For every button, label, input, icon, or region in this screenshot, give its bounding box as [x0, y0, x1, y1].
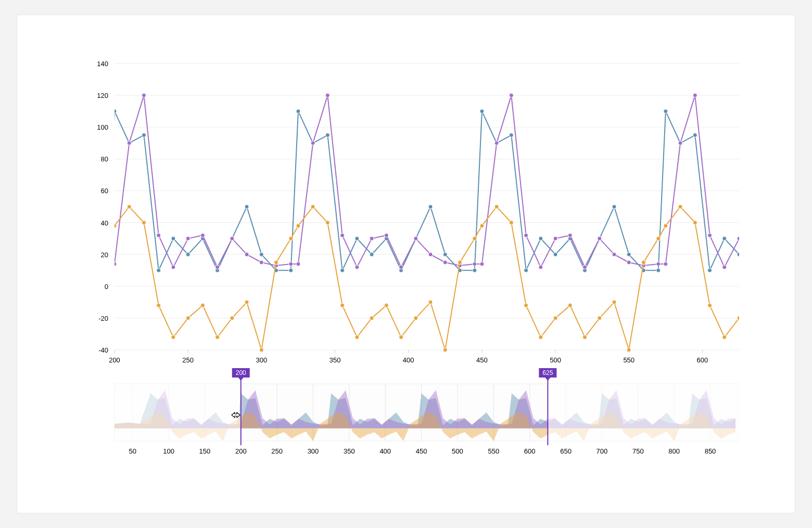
- brush-x-tick-label: 600: [524, 447, 536, 455]
- brush-x-tick-label: 800: [668, 447, 680, 455]
- main-plot-area[interactable]: [115, 64, 739, 350]
- chart-frame: -40-200204060801001201402002503003504004…: [17, 15, 795, 513]
- y-tick-label: -40: [98, 346, 108, 354]
- brush-x-tick-label: 400: [379, 447, 391, 455]
- brush-x-tick-label: 450: [416, 447, 427, 455]
- brush-x-tick-label: 850: [705, 447, 716, 455]
- y-tick-label: 100: [97, 123, 108, 131]
- y-tick-label: 40: [101, 219, 108, 227]
- point-orange: [105, 236, 109, 241]
- point-purple: [91, 263, 95, 268]
- point-blue: [105, 268, 109, 272]
- x-tick-label: 550: [623, 356, 635, 364]
- x-tick-label: 300: [256, 356, 268, 364]
- x-tick-label: 600: [697, 356, 708, 364]
- x-tick-label: 450: [476, 356, 488, 364]
- chart-inner: -40-200204060801001201402002503003504004…: [73, 51, 739, 477]
- brush-x-tick-label: 100: [163, 447, 174, 455]
- y-tick-label: 120: [97, 92, 108, 99]
- brush-x-tick-label: 150: [199, 447, 211, 455]
- x-tick-label: 200: [109, 356, 120, 364]
- point-purple: [105, 262, 109, 266]
- brush-x-tick-label: 650: [560, 447, 572, 455]
- brush-handle-left[interactable]: [238, 373, 244, 446]
- point-blue: [91, 268, 95, 272]
- brush-window[interactable]: [241, 384, 548, 441]
- brush-x-tick-label: 200: [235, 447, 247, 455]
- brush-x-tick-label: 700: [597, 447, 608, 455]
- y-tick-label: 0: [105, 283, 108, 291]
- brush-handle-right[interactable]: [545, 373, 550, 446]
- y-tick-label: 60: [101, 187, 108, 195]
- x-tick-label: 500: [550, 356, 561, 364]
- x-tick-label: 400: [403, 356, 414, 364]
- y-tick-label: 80: [101, 155, 108, 163]
- brush-x-tick-label: 300: [308, 447, 319, 455]
- brush-x-tick-label: 50: [129, 447, 136, 455]
- x-tick-label: 250: [182, 356, 194, 364]
- y-tick-label: -20: [98, 315, 108, 322]
- y-tick-label: 20: [101, 251, 108, 259]
- brush-x-tick-label: 750: [632, 447, 644, 455]
- brush-x-tick-label: 550: [488, 447, 499, 455]
- brush-x-tick-label: 250: [271, 447, 283, 455]
- x-tick-label: 350: [329, 356, 341, 364]
- brush-x-tick-label: 500: [452, 447, 463, 455]
- brush-shade-left: [115, 384, 241, 441]
- brush-x-tick-label: 350: [344, 447, 355, 455]
- y-tick-label: 140: [97, 60, 108, 68]
- brush-shade-right: [548, 384, 739, 441]
- point-orange: [91, 260, 95, 265]
